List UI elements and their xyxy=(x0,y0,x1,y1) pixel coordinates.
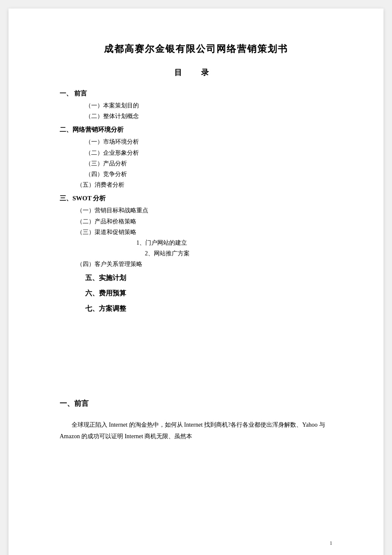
toc-item-2: 二、网络营销环境分析 xyxy=(60,124,332,136)
section-divider xyxy=(60,337,332,388)
page-number: 1 xyxy=(330,540,333,546)
main-title: 成都高赛尔金银有限公司网络营销策划书 xyxy=(60,43,332,55)
toc-item-3-1: （一）营销目标和战略重点 xyxy=(60,205,332,216)
toc-item-1: 一、 前言 xyxy=(60,88,332,99)
toc-item-3-3: （三）渠道和促销策略 xyxy=(60,227,332,237)
toc-item-5: 五、实施计划 xyxy=(60,271,332,285)
toc-item-3-2: （二）产品和价格策略 xyxy=(60,216,332,227)
toc-item-1-1: （一）本案策划目的 xyxy=(60,100,332,111)
toc-item-2-5: （五）消费者分析 xyxy=(60,179,332,190)
section1-paragraph-1: 全球现正陷入 Internet 的淘金热中，如何从 Internet 找到商机?… xyxy=(60,419,332,442)
toc-item-2-2: （二）企业形象分析 xyxy=(60,147,332,158)
section1-heading: 一、前言 xyxy=(60,396,332,411)
document-page: 成都高赛尔金银有限公司网络营销策划书 目 录 一、 前言 （一）本案策划目的 （… xyxy=(9,9,383,555)
toc-item-1-2: （二）整体计划概念 xyxy=(60,111,332,121)
toc-item-2-3: （三）产品分析 xyxy=(60,158,332,169)
toc-item-2-4: （四）竞争分析 xyxy=(60,169,332,179)
toc-item-3-3-2: 2、网站推广方案 xyxy=(60,248,332,259)
table-of-contents: 一、 前言 （一）本案策划目的 （二）整体计划概念 二、网络营销环境分析 （一）… xyxy=(60,88,332,315)
toc-item-3-3-1: 1、门户网站的建立 xyxy=(60,237,332,248)
toc-item-2-1: （一）市场环境分析 xyxy=(60,136,332,147)
toc-item-3-4: （四）客户关系管理策略 xyxy=(60,259,332,269)
toc-item-3: 三、SWOT 分析 xyxy=(60,193,332,204)
toc-item-6: 六、费用预算 xyxy=(60,286,332,300)
toc-title: 目 录 xyxy=(60,67,332,78)
toc-item-7: 七、方案调整 xyxy=(60,302,332,315)
